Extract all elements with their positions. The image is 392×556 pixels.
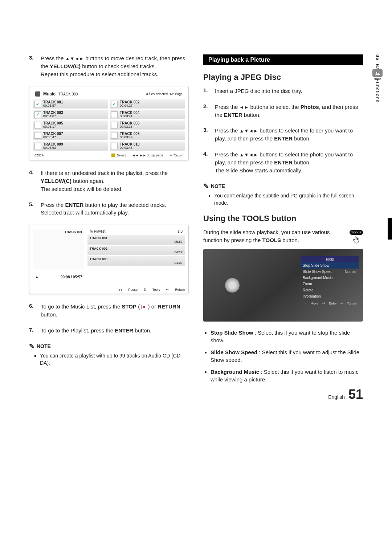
check-icon	[34, 143, 41, 149]
step-7-num: 7.	[29, 327, 41, 335]
c-button-icon	[111, 154, 115, 157]
note-icon: ✎	[29, 342, 34, 350]
arrow-lr-icon: ◄►	[240, 105, 249, 110]
check-icon	[111, 143, 118, 149]
check-icon: ✓	[111, 101, 118, 107]
step-4-num: 4.	[29, 169, 41, 193]
playlist-row: TRACK 00204:27	[87, 246, 185, 255]
check-icon	[111, 111, 118, 118]
check-icon	[34, 132, 41, 139]
tools-menu-item: Rotate	[301, 287, 359, 293]
playlist-row: TRACK 00304:07	[87, 256, 185, 266]
step-7-text: To go to the Playlist, press the ENTER b…	[41, 327, 189, 335]
track-item: ✓TRACK 00300:04:07	[33, 110, 108, 119]
bullet-item: Slide Show Speed : Select this if you wa…	[211, 348, 363, 364]
tools-menu-item: Background Music	[301, 275, 359, 281]
track-item: TRACK 00800:03:49	[110, 131, 185, 140]
music-list-screen: Music TRACK 003 3 files selected 1/2 Pag…	[29, 86, 189, 160]
playlist-row: TRACK 00105:57	[87, 235, 185, 245]
step-6-num: 6.	[29, 303, 41, 319]
hand-pointer-icon	[352, 236, 361, 244]
tools-menu-item: Information	[301, 293, 359, 299]
note-heading: ✎NOTE	[29, 342, 189, 350]
bullet-item: Stop Slide Show : Select this if you wan…	[211, 329, 363, 344]
arrow-udlr-icon: ▲▼◄►	[240, 152, 258, 158]
arrow-udlr-icon: ▲▼◄►	[240, 128, 258, 134]
check-icon	[111, 132, 118, 139]
note-item: You can create a playlist with up to 99 …	[40, 352, 189, 367]
right-column: Playing back a Picture Playing a JPEG Di…	[203, 54, 363, 388]
section-title: Playing back a Picture	[203, 54, 363, 65]
heading-tools-button: Using the TOOLS button	[203, 214, 363, 223]
jpeg-step-1: Insert a JPEG disc into the disc tray.	[215, 87, 363, 95]
tools-menu-item: Stop Slide Show	[301, 262, 359, 269]
track-item: TRACK 00500:03:17	[33, 120, 108, 130]
track-item: TRACK 00600:03:35	[110, 120, 185, 130]
album-art: TRACK 001	[33, 229, 84, 269]
track-item: TRACK 00400:03:41	[110, 110, 185, 119]
jpeg-step-3: Press the ▲▼◄► buttons to select the fol…	[215, 127, 363, 143]
bullet-item: Background Music : Select this if you wa…	[211, 368, 363, 383]
check-icon	[34, 122, 41, 128]
picture-icon	[372, 69, 383, 77]
check-icon: ✓	[34, 111, 41, 118]
tools-menu-item: Zoom	[301, 281, 359, 287]
jpeg-step-4: Press the ▲▼◄► buttons to select the pho…	[215, 151, 363, 174]
left-column: 3. Press the ▲▼◄► buttons to move desire…	[29, 54, 189, 388]
music-icon	[35, 91, 40, 97]
step-4-text: If there is an undesired track in the pl…	[41, 169, 189, 193]
track-item: ✓TRACK 00100:03:57	[33, 99, 108, 109]
jpeg-badge: JPEG	[372, 69, 383, 81]
note-icon: ✎	[203, 182, 209, 190]
section-marker	[388, 218, 392, 240]
heading-jpeg-disc: Playing a JPEG Disc	[203, 73, 363, 82]
tools-paragraph: During the slide show playback, you can …	[203, 228, 346, 244]
track-item: TRACK 00700:03:47	[33, 131, 108, 140]
track-item: TRACK 00900:03:53	[33, 142, 108, 151]
stop-icon	[141, 305, 146, 309]
step-5-num: 5.	[29, 201, 41, 217]
playback-screen: TRACK 001 ◎ Playlist1/3 TRACK 00105:57TR…	[29, 225, 189, 294]
jpeg-step-2: Press the ◄► buttons to select the Photo…	[215, 103, 363, 119]
svg-point-0	[376, 72, 377, 73]
track-item: ✓TRACK 00200:04:27	[110, 99, 185, 109]
arrow-udlr-icon: ▲▼◄►	[65, 56, 84, 61]
step-3-text: Press the ▲▼◄► buttons to move desired t…	[41, 54, 189, 78]
track-item: TRACK 01000:03:45	[110, 142, 185, 151]
note-item: You can't enlarge the subtitle and PG gr…	[214, 192, 363, 207]
step-3-num: 3.	[29, 54, 41, 78]
tools-menu-item: Slide Show Speed :Normal	[301, 269, 359, 275]
play-icon: ►	[35, 275, 39, 279]
note-heading: ✎NOTE	[203, 182, 363, 190]
tools-button-icon: TOOLS	[350, 228, 363, 245]
flower-image	[225, 278, 240, 293]
page-footer: English 51	[328, 387, 363, 402]
tools-menu-title: Tools	[301, 256, 359, 262]
check-icon: ✓	[34, 101, 41, 107]
step-6-text: To go to the Music List, press the STOP …	[41, 303, 189, 319]
check-icon	[111, 122, 118, 128]
tools-menu-screen: Tools Stop Slide ShowSlide Show Speed :N…	[203, 249, 363, 322]
step-5-text: Press the ENTER button to play the selec…	[41, 201, 189, 217]
